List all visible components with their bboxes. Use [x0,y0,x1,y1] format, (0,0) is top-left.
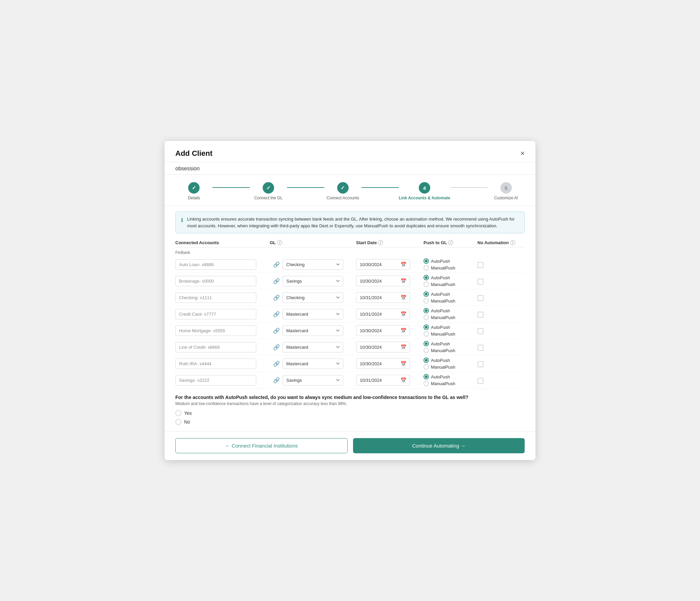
date-input-5[interactable]: 10/30/2024 📅 [356,342,410,352]
manualpush-option-6[interactable]: ManualPush [424,364,477,370]
autopush-option-1[interactable]: AutoPush [424,275,477,280]
calendar-icon-0: 📅 [401,262,406,267]
connector-3 [361,187,399,188]
gl-select-7[interactable]: SavingsCheckingMastercard [282,375,343,385]
date-cell-3: 10/31/2024 📅 [356,308,424,319]
continue-button[interactable]: Continue Automating → [353,438,525,453]
no-auto-checkbox-7[interactable] [477,378,483,384]
manualpush-option-5[interactable]: ManualPush [424,348,477,353]
autopush-radio-6[interactable] [424,357,429,363]
gl-select-3[interactable]: MastercardCheckingSavings [282,309,343,319]
manualpush-radio-1[interactable] [424,282,429,287]
start-date-info-icon[interactable]: i [378,240,383,245]
gl-select-2[interactable]: CheckingSavingsMastercard [282,293,343,303]
push-info-icon[interactable]: i [448,240,453,245]
account-name-input-3[interactable] [175,309,256,319]
account-name-input-7[interactable] [175,375,256,385]
manualpush-option-3[interactable]: ManualPush [424,315,477,320]
account-name-input-4[interactable] [175,325,256,336]
step-connect-gl: ✓ Connect the GL [250,182,287,200]
no-auto-checkbox-3[interactable] [477,311,483,318]
date-input-7[interactable]: 10/31/2024 📅 [356,375,410,385]
info-icon: ℹ [181,216,183,224]
no-auto-checkbox-0[interactable] [477,262,483,268]
gl-select-0[interactable]: CheckingSavingsMastercard [282,259,343,270]
table-row: 🔗 CheckingSavingsMastercard 10/30/2024 📅… [175,256,525,273]
gl-info-icon[interactable]: i [277,240,282,245]
manualpush-radio-7[interactable] [424,381,429,386]
no-auto-checkbox-2[interactable] [477,295,483,301]
autopush-radio-7[interactable] [424,374,429,379]
autopush-radio-5[interactable] [424,341,429,346]
back-button[interactable]: ← Connect Financial Institutions [175,438,348,453]
autopush-radio-4[interactable] [424,324,429,330]
step-customize-ai: 5 Customize AI [488,182,525,200]
autopush-option-6[interactable]: AutoPush [424,357,477,363]
gl-select-4[interactable]: MastercardCheckingSavings [282,325,343,336]
table-row: 🔗 MastercardCheckingSavings 10/30/2024 📅… [175,339,525,355]
autopush-radio-3[interactable] [424,308,429,313]
manualpush-radio-3[interactable] [424,315,429,320]
yes-option[interactable]: Yes [175,410,525,416]
date-input-4[interactable]: 10/30/2024 📅 [356,325,410,336]
autopush-option-4[interactable]: AutoPush [424,324,477,330]
manualpush-option-1[interactable]: ManualPush [424,282,477,287]
no-radio[interactable] [175,419,181,425]
info-box: ℹ Linking accounts ensures accurate tran… [175,211,525,233]
gl-select-6[interactable]: MastercardCheckingSavings [282,358,343,369]
autopush-radio-1[interactable] [424,275,429,280]
stepper: ✓ Details ✓ Connect the GL ✓ Connect Acc… [165,175,535,206]
autopush-option-2[interactable]: AutoPush [424,292,477,297]
gl-select-5[interactable]: MastercardCheckingSavings [282,342,343,352]
no-auto-cell-1 [477,277,525,285]
no-auto-info-icon[interactable]: i [510,240,515,245]
gl-cell-1: 🔗 SavingsCheckingMastercard [270,276,356,286]
manualpush-radio-4[interactable] [424,331,429,336]
step-label-5: Customize AI [494,196,518,200]
autopush-option-7[interactable]: AutoPush [424,374,477,379]
account-name-input-0[interactable] [175,259,256,270]
table-row: 🔗 CheckingSavingsMastercard 10/31/2024 📅… [175,290,525,306]
close-button[interactable]: × [520,150,525,157]
autopush-option-5[interactable]: AutoPush [424,341,477,346]
th-start-date: Start Date i [356,240,424,245]
date-input-0[interactable]: 10/30/2024 📅 [356,259,410,270]
no-auto-checkbox-4[interactable] [477,328,483,334]
date-input-1[interactable]: 10/30/2024 📅 [356,276,410,286]
autopush-radio-2[interactable] [424,292,429,297]
date-input-2[interactable]: 10/31/2024 📅 [356,292,410,303]
autopush-option-3[interactable]: AutoPush [424,308,477,313]
gl-select-1[interactable]: SavingsCheckingMastercard [282,276,343,286]
account-name-cell-2 [175,293,270,303]
autopush-option-0[interactable]: AutoPush [424,258,477,264]
manualpush-option-4[interactable]: ManualPush [424,331,477,336]
manualpush-option-2[interactable]: ManualPush [424,298,477,303]
autopush-radio-0[interactable] [424,258,429,264]
date-input-3[interactable]: 10/31/2024 📅 [356,308,410,319]
account-name-input-2[interactable] [175,293,256,303]
link-icon-1: 🔗 [270,278,280,284]
yes-radio[interactable] [175,410,181,416]
no-auto-checkbox-1[interactable] [477,279,483,285]
no-auto-checkbox-5[interactable] [477,345,483,351]
yes-no-options: Yes No [175,410,525,425]
manualpush-radio-0[interactable] [424,265,429,271]
date-input-6[interactable]: 10/30/2024 📅 [356,358,410,369]
account-name-input-1[interactable] [175,276,256,286]
push-cell-2: AutoPush ManualPush [424,292,477,303]
gl-cell-4: 🔗 MastercardCheckingSavings [270,325,356,336]
manualpush-radio-5[interactable] [424,348,429,353]
account-name-input-5[interactable] [175,342,256,352]
date-cell-1: 10/30/2024 📅 [356,276,424,286]
push-cell-4: AutoPush ManualPush [424,324,477,336]
manualpush-radio-2[interactable] [424,298,429,303]
manualpush-option-0[interactable]: ManualPush [424,265,477,271]
account-name-input-6[interactable] [175,358,256,369]
accounts-table: Connected Accounts GL i Start Date i Pus… [165,237,535,389]
no-auto-checkbox-6[interactable] [477,361,483,367]
no-option[interactable]: No [175,419,525,425]
manualpush-radio-6[interactable] [424,364,429,370]
th-connected-accounts: Connected Accounts [175,240,270,245]
manualpush-option-7[interactable]: ManualPush [424,381,477,386]
step-circle-3: ✓ [337,182,349,194]
